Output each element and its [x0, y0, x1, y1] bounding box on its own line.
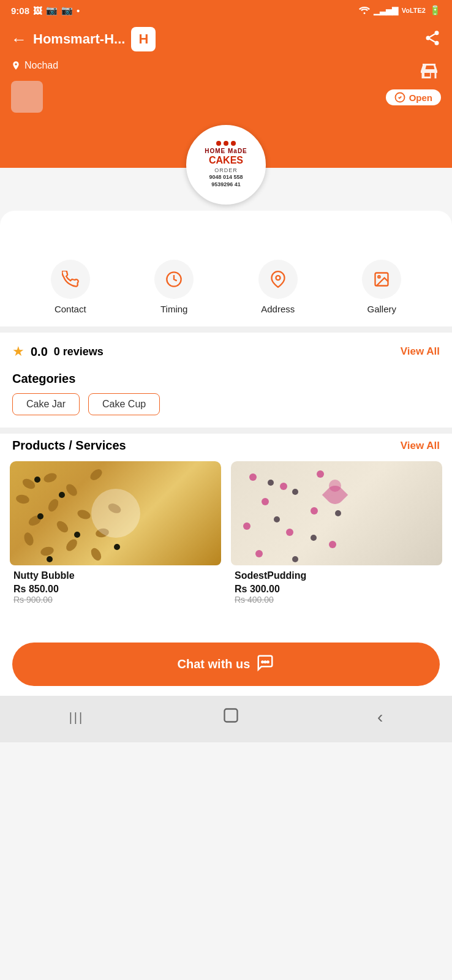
svg-point-9: [378, 276, 380, 278]
svg-point-1: [426, 36, 431, 40]
main-content-card: Contact Timing Address Gallery ★ 0.0: [0, 211, 452, 742]
gallery-label: Gallery: [367, 304, 396, 314]
back-button[interactable]: ←: [11, 30, 27, 49]
svg-point-12: [268, 662, 269, 663]
battery-icon: 🔋: [429, 5, 441, 16]
dot-icon: •: [77, 6, 80, 16]
categories-section: Categories Cake Jar Cake Cup: [0, 366, 452, 428]
contact-circle: [51, 260, 90, 299]
star-icon: ★: [12, 344, 24, 360]
shop-thumbnail: [11, 81, 43, 113]
open-badge: Open: [386, 89, 441, 105]
nutty-bubble-info: Nutty Bubble Rs 850.00 Rs 900.00: [10, 565, 221, 608]
divider-1: [0, 326, 452, 333]
svg-point-0: [435, 31, 439, 35]
svg-point-10: [262, 662, 264, 663]
sodest-pudding-name: SodestPudding: [235, 570, 439, 581]
contact-label: Contact: [55, 304, 86, 314]
nav-home-button[interactable]: [222, 707, 239, 728]
review-count: 0 reviews: [54, 345, 104, 358]
address-label: Address: [261, 304, 295, 314]
status-left: 9:08 🖼 📷 📷 •: [11, 5, 80, 16]
avatar-circle: HOME MaDE CAKES ORDER 9048 014 558 95392…: [186, 125, 266, 205]
instagram2-icon: 📷: [61, 5, 73, 16]
lte2-label: VoLTE2: [402, 7, 426, 14]
location-row: Nochad: [11, 60, 58, 71]
svg-point-2: [435, 41, 439, 45]
address-circle: [258, 260, 298, 299]
instagram-icon: 📷: [46, 5, 58, 16]
open-label: Open: [409, 92, 432, 103]
sodest-pudding-orig-price: Rs 400.00: [235, 595, 439, 605]
chat-label: Chat with us: [178, 657, 250, 671]
nutty-bubble-price: Rs 850.00: [13, 584, 217, 595]
logo-line2: CAKES: [209, 155, 243, 166]
sodest-pudding-image: [231, 461, 442, 565]
category-cake-cup[interactable]: Cake Cup: [88, 393, 160, 415]
timing-label: Timing: [160, 304, 187, 314]
logo-line1: HOME MaDE: [205, 148, 247, 155]
time: 9:08: [11, 6, 29, 16]
logo-phone1: 9048 014 558: [209, 173, 243, 181]
divider-2: [0, 428, 452, 434]
nav-back-button[interactable]: ‹: [377, 707, 383, 727]
svg-point-11: [265, 662, 266, 663]
house-letter: H: [138, 31, 148, 47]
svg-line-3: [430, 39, 435, 42]
rating-score: 0.0: [31, 345, 48, 359]
logo-phone2: 9539296 41: [211, 181, 241, 189]
sodest-pudding-price: Rs 300.00: [235, 584, 439, 595]
action-gallery[interactable]: Gallery: [362, 260, 401, 314]
photo-icon: 🖼: [33, 6, 42, 16]
bottom-spacer: [0, 620, 452, 633]
wifi-icon: [359, 6, 370, 16]
store-icon: [419, 60, 441, 85]
signal-icon: ▁▃▅▇: [374, 6, 398, 15]
view-all-reviews-link[interactable]: View All: [401, 345, 440, 358]
header: ← Homsmart-H... H: [0, 21, 452, 60]
gallery-circle: [362, 260, 401, 299]
categories-row: Cake Jar Cake Cup: [0, 393, 452, 428]
chat-icon: [256, 654, 274, 675]
share-button[interactable]: [424, 29, 441, 49]
nav-menu-button[interactable]: |||: [69, 710, 85, 725]
products-header: Products / Services View All: [0, 434, 452, 461]
ratings-row: ★ 0.0 0 reviews View All: [0, 333, 452, 366]
svg-point-7: [276, 276, 280, 280]
categories-title: Categories: [0, 366, 452, 393]
shop-avatar: HOME MaDE CAKES ORDER 9048 014 558 95392…: [186, 125, 266, 205]
products-grid: Nutty Bubble Rs 850.00 Rs 900.00: [0, 461, 452, 620]
status-right: ▁▃▅▇ VoLTE2 🔋: [359, 5, 441, 16]
page-title: Homsmart-H...: [33, 31, 125, 47]
sodest-decoration: [231, 461, 442, 565]
action-contact[interactable]: Contact: [51, 260, 90, 314]
chat-with-us-button[interactable]: Chat with us: [12, 643, 440, 686]
orange-section: Nochad Open HOME MaDE: [0, 60, 452, 168]
location-text: Nochad: [24, 60, 58, 71]
status-bar: 9:08 🖼 📷 📷 • ▁▃▅▇ VoLTE2 🔋: [0, 0, 452, 21]
sodest-pudding-info: SodestPudding Rs 300.00 Rs 400.00: [231, 565, 442, 608]
action-address[interactable]: Address: [258, 260, 298, 314]
action-row: Contact Timing Address Gallery: [0, 254, 452, 326]
logo-line3: ORDER: [214, 167, 238, 173]
nutty-bubble-orig-price: Rs 900.00: [13, 595, 217, 605]
products-section: Products / Services View All: [0, 434, 452, 620]
svg-rect-13: [224, 709, 237, 722]
action-timing[interactable]: Timing: [154, 260, 194, 314]
shop-logo-icon: H: [131, 27, 156, 51]
view-all-products-link[interactable]: View All: [401, 440, 440, 452]
cake-logo: HOME MaDE CAKES ORDER 9048 014 558 95392…: [189, 127, 263, 202]
products-title: Products / Services: [12, 439, 126, 453]
product-sodest-pudding[interactable]: SodestPudding Rs 300.00 Rs 400.00: [231, 461, 442, 608]
subheader-right: Open: [386, 60, 441, 105]
product-nutty-bubble[interactable]: Nutty Bubble Rs 850.00 Rs 900.00: [10, 461, 221, 608]
header-left: ← Homsmart-H... H: [11, 27, 156, 51]
chat-button-wrapper: Chat with us: [0, 633, 452, 696]
svg-line-4: [430, 34, 435, 37]
nutty-decoration: [10, 461, 221, 565]
nutty-bubble-image: [10, 461, 221, 565]
nutty-bubble-name: Nutty Bubble: [13, 570, 217, 581]
bottom-nav: ||| ‹: [0, 696, 452, 742]
subheader: Nochad Open: [0, 60, 452, 119]
category-cake-jar[interactable]: Cake Jar: [12, 393, 80, 415]
